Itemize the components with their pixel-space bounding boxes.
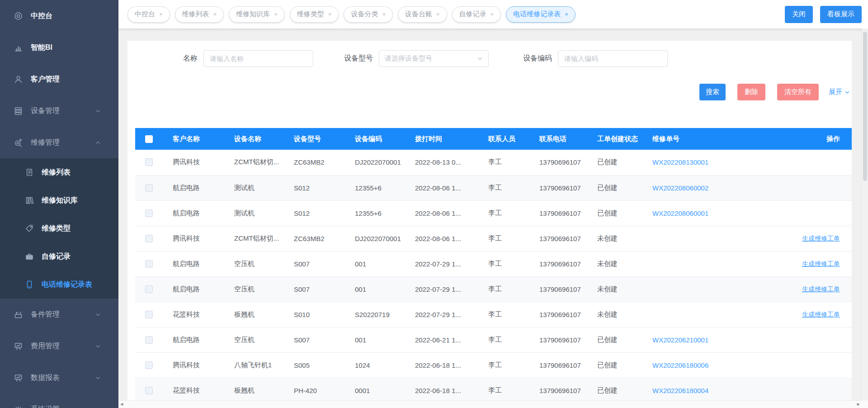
- cell-call_time: 2022-08-06 1...: [409, 226, 482, 251]
- tab-repair-type[interactable]: 维修类型×: [290, 6, 339, 23]
- tab-repair-list[interactable]: 维修列表×: [175, 6, 224, 23]
- select-all-checkbox[interactable]: [145, 135, 153, 143]
- open-tabs: 中控台×维修列表×维修知识库×维修类型×设备分类×设备台账×自修记录×电话维修记…: [127, 6, 580, 23]
- repair-order-link[interactable]: WX202206180006: [652, 361, 708, 369]
- row-checkbox[interactable]: [145, 235, 153, 242]
- tab-repair-knowledge[interactable]: 维修知识库×: [229, 6, 285, 23]
- delete-button[interactable]: 删除: [737, 84, 765, 100]
- row-checkbox[interactable]: [145, 260, 153, 268]
- sidebar-item-label: 设备管理: [31, 106, 60, 116]
- sidebar-item-phone-repair-record[interactable]: 电话维修记录表: [0, 270, 118, 299]
- sidebar-item-spare-parts-mgmt[interactable]: 备件管理: [0, 299, 118, 330]
- board-chart-icon: [14, 342, 23, 351]
- sidebar-item-data-report[interactable]: 数据报表: [0, 362, 118, 394]
- tab-close-icon[interactable]: ×: [491, 11, 494, 17]
- tab-close-icon[interactable]: ×: [274, 11, 278, 17]
- briefcase-icon: [25, 252, 34, 261]
- chevron-down-icon: [95, 343, 101, 349]
- cell-phone: 13790696107: [533, 200, 591, 226]
- row-checkbox[interactable]: [145, 184, 153, 192]
- repair-order-link[interactable]: WX202206210001: [652, 336, 708, 344]
- sidebar-item-cost-mgmt[interactable]: 费用管理: [0, 330, 118, 362]
- repair-order-link[interactable]: WX202208130001: [652, 158, 708, 166]
- sidebar-item-repair-mgmt[interactable]: 维修管理: [0, 127, 118, 158]
- row-checkbox[interactable]: [145, 285, 153, 293]
- repair-order-link[interactable]: WX202206180004: [652, 387, 708, 394]
- sidebar-item-self-repair-record[interactable]: 自修记录: [0, 242, 118, 270]
- clear-all-button[interactable]: 清空所有: [777, 84, 819, 100]
- bar-chart-icon: [14, 43, 23, 52]
- tab-close-icon[interactable]: ×: [159, 11, 163, 17]
- scroll-left-arrow-icon[interactable]: ◀: [120, 403, 123, 406]
- name-label: 名称: [183, 54, 198, 63]
- cell-call_time: 2022-07-29 1...: [409, 251, 482, 276]
- sidebar-item-console[interactable]: 中控台: [0, 0, 118, 32]
- chevron-down-icon: [95, 108, 101, 114]
- tab-close-icon[interactable]: ×: [565, 11, 568, 17]
- cell-call_time: 2022-06-18 1...: [409, 352, 482, 378]
- cell-order_no: WX202208130001: [646, 150, 737, 175]
- cell-phone: 13790696107: [533, 352, 591, 378]
- vertical-scrollbar-thumb[interactable]: [863, 32, 867, 181]
- repair-order-link[interactable]: WX202208060001: [652, 209, 708, 217]
- cell-device: 板翘机: [228, 302, 288, 327]
- sidebar-item-label: 维修列表: [42, 168, 71, 177]
- tab-close-icon[interactable]: ×: [436, 11, 440, 17]
- sidebar-item-repair-type[interactable]: 维修类型: [0, 214, 118, 242]
- board-display-button[interactable]: 看板展示: [820, 6, 862, 23]
- generate-work-order-link[interactable]: 生成维修工单: [802, 311, 840, 318]
- row-checkbox[interactable]: [145, 336, 153, 344]
- cell-contact: 李工: [482, 200, 533, 226]
- cell-device: ZCMT铝材切...: [228, 226, 288, 251]
- generate-work-order-link[interactable]: 生成维修工单: [802, 260, 840, 267]
- vertical-scrollbar[interactable]: [862, 28, 868, 400]
- sidebar-item-system-settings[interactable]: 系统设置: [0, 394, 118, 408]
- close-button[interactable]: 关闭: [785, 6, 813, 23]
- tab-console[interactable]: 中控台×: [127, 6, 170, 23]
- tab-close-icon[interactable]: ×: [382, 11, 386, 17]
- row-checkbox[interactable]: [145, 209, 153, 217]
- cell-contact: 李工: [482, 276, 533, 302]
- repair-order-link[interactable]: WX202208060002: [652, 184, 708, 192]
- tab-device-category[interactable]: 设备分类×: [344, 6, 393, 23]
- tab-device-ledger[interactable]: 设备台账×: [398, 6, 447, 23]
- tab-label: 维修类型: [297, 10, 324, 19]
- tab-phone-repair[interactable]: 电话维修记录表×: [506, 6, 576, 23]
- cell-phone: 13790696107: [533, 226, 591, 251]
- scroll-right-arrow-icon[interactable]: ▶: [857, 403, 860, 406]
- cell-device: 测试机: [228, 175, 288, 200]
- row-checkbox[interactable]: [145, 311, 153, 318]
- scrollbar-corner: [862, 400, 868, 408]
- device-model-select[interactable]: 请选择设备型号: [379, 50, 489, 67]
- sidebar-item-repair-list[interactable]: 维修列表: [0, 158, 118, 186]
- phone-icon: [25, 280, 34, 289]
- cell-order_no: WX202206210001: [646, 327, 737, 352]
- tab-close-icon[interactable]: ×: [213, 11, 217, 17]
- generate-work-order-link[interactable]: 生成维修工单: [802, 235, 840, 242]
- cell-contact: 李工: [482, 251, 533, 276]
- cell-customer: 航启电路: [167, 251, 228, 276]
- row-checkbox[interactable]: [145, 387, 153, 394]
- device-code-input[interactable]: [558, 50, 668, 67]
- search-button[interactable]: 搜索: [699, 84, 726, 100]
- sidebar-item-smart-bi[interactable]: 智能BI: [0, 32, 118, 63]
- tab-self-repair[interactable]: 自修记录×: [452, 6, 501, 23]
- cell-action: [737, 378, 852, 403]
- tab-label: 维修列表: [182, 10, 209, 19]
- sidebar-item-label: 维修类型: [42, 224, 71, 233]
- row-checkbox[interactable]: [145, 361, 153, 369]
- expand-label: 展开: [829, 88, 842, 96]
- row-checkbox[interactable]: [145, 158, 153, 166]
- horizontal-scrollbar[interactable]: ◀ ▶: [118, 400, 862, 408]
- generate-work-order-link[interactable]: 生成维修工单: [802, 285, 840, 293]
- sidebar-item-customer-mgmt[interactable]: 客户管理: [0, 63, 118, 95]
- name-input[interactable]: [203, 50, 313, 67]
- expand-link[interactable]: 展开: [829, 88, 850, 96]
- device-icon: [14, 106, 23, 116]
- cell-model: S010: [288, 302, 349, 327]
- cell-call_time: 2022-08-13 0...: [409, 150, 482, 175]
- sidebar-item-device-mgmt[interactable]: 设备管理: [0, 95, 118, 127]
- sidebar-item-repair-knowledge[interactable]: 维修知识库: [0, 186, 118, 214]
- tab-close-icon[interactable]: ×: [328, 11, 332, 17]
- col-header-call_time: 拨打时间: [409, 128, 482, 150]
